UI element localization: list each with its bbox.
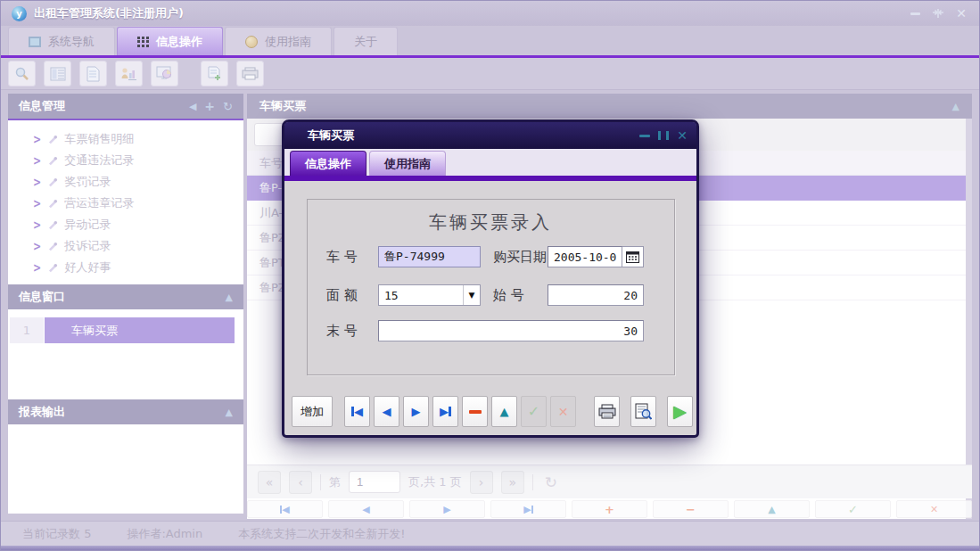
add-record-button[interactable]: + xyxy=(572,500,647,518)
collapse-up-icon[interactable]: ▲ xyxy=(226,407,233,418)
edit-record-button[interactable]: ▲ xyxy=(734,500,810,518)
car-no-label: 车 号 xyxy=(326,246,358,267)
refresh-icon[interactable]: ↻ xyxy=(223,100,233,113)
combo-arrow-icon[interactable]: ▼ xyxy=(463,285,480,305)
first-page-icon: « xyxy=(266,475,274,489)
main-tab-bar: 系统导航 信息操作 使用指南 关于 xyxy=(1,26,979,55)
next-record-button[interactable]: ▶ xyxy=(409,500,485,518)
page-number-input[interactable] xyxy=(349,471,400,493)
search-tool-button[interactable] xyxy=(8,61,36,86)
dialog-minimize-icon[interactable] xyxy=(639,135,650,137)
end-no-input[interactable] xyxy=(378,320,644,341)
tree-item-traffic-violation[interactable]: > 交通违法记录 xyxy=(8,150,243,171)
app-logo-icon: y xyxy=(12,6,27,21)
vertical-scrollbar[interactable] xyxy=(966,119,972,519)
execute-button[interactable]: ▶ xyxy=(667,396,693,427)
edit-record-button[interactable]: ▲ xyxy=(491,396,517,427)
close-icon: ✕ xyxy=(956,6,967,21)
prev-record-button[interactable]: ◀ xyxy=(328,500,404,518)
grid-icon xyxy=(137,37,149,47)
prev-record-button[interactable]: ◀ xyxy=(374,396,399,427)
tab-info-operation[interactable]: 信息操作 xyxy=(117,27,223,55)
panel-header-vehicle-ticket[interactable]: 车辆买票 ▲ xyxy=(247,94,972,119)
section-header-info-window[interactable]: 信息窗口 ▲ xyxy=(8,284,243,309)
record-icon xyxy=(47,177,58,187)
tree-item-good-deeds[interactable]: > 好人好事 xyxy=(8,257,243,278)
monitor-tool-button[interactable] xyxy=(151,61,178,86)
last-record-button[interactable]: ▶ xyxy=(490,500,566,518)
document-tool-button[interactable] xyxy=(79,61,107,86)
edit-icon: ▲ xyxy=(768,504,775,515)
last-icon xyxy=(449,407,451,416)
car-no-input[interactable] xyxy=(378,246,481,267)
dialog-tab-user-guide[interactable]: 使用指南 xyxy=(369,151,446,176)
printer-icon xyxy=(598,404,616,419)
confirm-button[interactable]: ✓ xyxy=(521,396,547,427)
user-chart-tool-button[interactable] xyxy=(115,61,143,86)
denomination-select[interactable]: 15 ▼ xyxy=(378,284,481,306)
record-icon xyxy=(47,241,58,251)
list-item-label[interactable]: 车辆买票 xyxy=(45,317,235,343)
form-tool-button[interactable] xyxy=(44,61,71,86)
tab-system-nav[interactable]: 系统导航 xyxy=(8,27,115,55)
dialog-maximize-icon[interactable] xyxy=(658,131,669,140)
tree-item-complaint-record[interactable]: > 投诉记录 xyxy=(8,235,243,257)
first-record-button[interactable]: ◀ xyxy=(247,500,323,518)
collapse-up-icon[interactable]: ▲ xyxy=(952,101,959,112)
printer-tool-button[interactable] xyxy=(236,61,264,86)
window-list-item[interactable]: 1 车辆买票 xyxy=(10,317,235,343)
first-page-button[interactable]: « xyxy=(258,471,281,494)
status-message: 本系统支持二次开发和全新开发! xyxy=(238,526,405,542)
document-icon xyxy=(86,66,100,82)
next-page-button[interactable]: › xyxy=(470,471,493,494)
cancel-button[interactable]: ✕ xyxy=(896,500,972,518)
date-picker-button[interactable] xyxy=(622,246,644,267)
delete-record-button[interactable] xyxy=(462,396,488,427)
section-header-info-mgmt[interactable]: 信息管理 ◀ + ↻ xyxy=(8,94,243,119)
tree-item-reward-penalty[interactable]: > 奖罚记录 xyxy=(8,171,243,193)
confirm-button[interactable]: ✓ xyxy=(815,500,891,518)
operator-label: 操作者:Admin xyxy=(127,526,202,542)
buy-date-input[interactable] xyxy=(548,246,622,267)
divider xyxy=(320,474,321,490)
record-nav-bar: ◀ ◀ ▶ ▶ + − ▲ ✓ ✕ xyxy=(247,500,972,518)
tree-label: 投诉记录 xyxy=(64,238,111,254)
end-no-label: 末 号 xyxy=(326,320,358,341)
restore-button[interactable] xyxy=(931,6,945,21)
monitor-icon xyxy=(156,66,173,81)
next-record-button[interactable]: ▶ xyxy=(403,396,429,427)
prev-page-button[interactable]: ‹ xyxy=(289,471,312,494)
tree-item-operation-violation[interactable]: > 营运违章记录 xyxy=(8,193,243,214)
cancel-button[interactable]: ✕ xyxy=(550,396,576,427)
print-preview-button[interactable] xyxy=(630,396,656,427)
start-no-input[interactable] xyxy=(548,284,644,306)
dialog-tab-info-operation[interactable]: 信息操作 xyxy=(290,151,366,176)
prev-icon: ◀ xyxy=(383,405,391,418)
refresh-icon[interactable]: ↻ xyxy=(545,473,557,491)
tree-item-change-record[interactable]: > 异动记录 xyxy=(8,214,243,235)
new-doc-icon xyxy=(208,66,222,81)
new-doc-tool-button[interactable] xyxy=(201,61,228,86)
last-record-button[interactable]: ▶ xyxy=(432,396,458,427)
close-button[interactable]: ✕ xyxy=(954,6,968,21)
page-suffix-label: 页,共 1 页 xyxy=(408,474,462,490)
print-button[interactable] xyxy=(594,396,620,427)
play-icon: ▶ xyxy=(673,403,687,420)
dialog-close-icon[interactable]: ✕ xyxy=(677,128,688,143)
chevron-right-icon: > xyxy=(33,175,41,189)
chevron-right-icon: > xyxy=(33,239,41,253)
pagination-bar: « ‹ 第 页,共 1 页 › » ↻ xyxy=(247,465,972,498)
tree-item-ticket-sales[interactable]: > 车票销售明细 xyxy=(8,128,243,150)
delete-record-button[interactable]: − xyxy=(653,500,729,518)
last-page-button[interactable]: » xyxy=(501,471,524,494)
collapse-left-icon[interactable]: ◀ xyxy=(189,101,196,112)
add-icon[interactable]: + xyxy=(204,99,215,113)
tab-about[interactable]: 关于 xyxy=(334,27,398,55)
collapse-up-icon[interactable]: ▲ xyxy=(226,292,233,303)
first-record-button[interactable]: ◀ xyxy=(344,396,370,427)
dialog-title-bar[interactable]: 车辆买票 ✕ xyxy=(284,122,696,149)
add-button[interactable]: 增加 xyxy=(292,396,333,427)
minimize-button[interactable] xyxy=(908,6,922,21)
tab-user-guide[interactable]: 使用指南 xyxy=(225,27,332,55)
section-header-report-output[interactable]: 报表输出 ▲ xyxy=(8,399,243,424)
